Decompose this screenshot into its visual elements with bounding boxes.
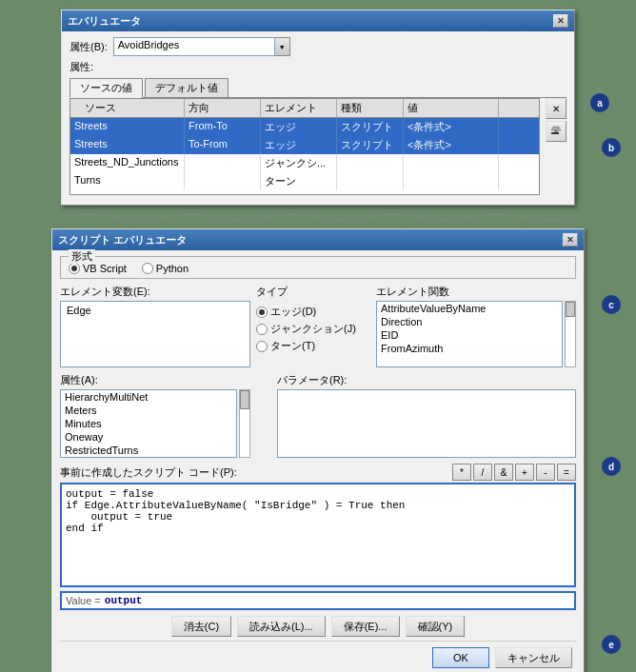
- table-cell-direction: To-From: [185, 136, 261, 154]
- table-cell-type: スクリプト: [337, 136, 404, 154]
- format-group-label: 形式: [69, 249, 95, 264]
- radio-turn[interactable]: ターン(T): [256, 339, 370, 353]
- annotation-c: c: [602, 295, 621, 314]
- table-cell-source: Turns: [70, 172, 185, 190]
- radio-vbscript-circle: [69, 263, 80, 274]
- type-radio-group: エッジ(D) ジャンクション(J) ターン(T): [256, 301, 370, 357]
- table-row[interactable]: StreetsFrom-Toエッジスクリプト<条件式>: [70, 118, 539, 136]
- col-direction: 方向: [185, 99, 261, 117]
- property-dropdown-arrow[interactable]: ▼: [275, 37, 290, 56]
- attr-list-item[interactable]: Minutes: [61, 417, 236, 430]
- script-label: 事前に作成したスクリプト コード(P):: [60, 465, 237, 480]
- top-dialog-close-button[interactable]: ✕: [553, 14, 568, 28]
- property-label: 属性(B):: [70, 40, 108, 54]
- attr-list-item[interactable]: Meters: [61, 404, 236, 417]
- col-value: 値: [404, 99, 499, 117]
- func-list-item[interactable]: Direction: [377, 315, 562, 328]
- table-cell-value: <条件式>: [404, 118, 499, 136]
- attr-list-item[interactable]: RestrictedTurns: [61, 444, 236, 457]
- load-button[interactable]: 読み込み(L)...: [237, 616, 326, 637]
- radio-vbscript[interactable]: VB Script: [69, 263, 127, 274]
- radio-python[interactable]: Python: [142, 263, 189, 274]
- side-buttons: ✕: [546, 98, 566, 142]
- element-var-label: エレメント変数(E):: [60, 285, 150, 299]
- toolbar-btn-+[interactable]: +: [515, 464, 534, 481]
- property-section-label: 属性:: [70, 60, 93, 74]
- annotation-d: d: [602, 457, 621, 476]
- element-func-list[interactable]: AttributeValueByNameDirectionEIDFromAzim…: [376, 301, 563, 367]
- element-var-box: Edge: [60, 301, 250, 367]
- attr-scrollbar[interactable]: [239, 389, 250, 458]
- table-cell-type: [337, 154, 404, 172]
- bottom-dialog: スクリプト エバリュエータ ✕ 形式 VB Script Pyt: [51, 228, 585, 672]
- func-list-item[interactable]: AttributeValueByName: [377, 302, 562, 315]
- radio-turn-label: ターン(T): [270, 339, 315, 353]
- verify-button[interactable]: 確認(Y): [406, 616, 466, 637]
- delete-row-button[interactable]: ✕: [546, 98, 566, 119]
- func-list-item[interactable]: FromAzimuth: [377, 342, 562, 355]
- radio-turn-circle: [256, 341, 268, 352]
- radio-python-circle: [142, 263, 153, 274]
- table-cell-element: ジャンクシ...: [261, 154, 337, 172]
- attr-label: 属性(A):: [60, 373, 98, 387]
- attr-list-item[interactable]: HierarchyMultiNet: [61, 390, 236, 404]
- table-cell-value: <条件式>: [404, 136, 499, 154]
- value-row: Value = output: [60, 591, 576, 610]
- table-body: StreetsFrom-Toエッジスクリプト<条件式>StreetsTo-Fro…: [70, 118, 539, 194]
- bottom-dialog-close-button[interactable]: ✕: [563, 233, 578, 247]
- property-input: AvoidBridges: [113, 37, 275, 56]
- attr-list-item[interactable]: Oneway: [61, 430, 236, 444]
- radio-vbscript-label: VB Script: [83, 263, 127, 274]
- radio-edge-circle: [256, 306, 268, 318]
- cancel-button[interactable]: キャンセル: [495, 647, 572, 668]
- table-row[interactable]: Streets_ND_Junctionsジャンクシ...: [70, 154, 539, 172]
- func-scrollbar[interactable]: [565, 301, 576, 367]
- table-cell-type: [337, 172, 404, 190]
- toolbar-buttons: */&+-=: [452, 464, 576, 481]
- tab-default-value[interactable]: デフォルト値: [145, 78, 229, 97]
- format-radio-row: VB Script Python: [69, 263, 567, 274]
- radio-edge-label: エッジ(D): [270, 305, 316, 319]
- property-dropdown[interactable]: AvoidBridges ▼: [113, 37, 290, 56]
- top-dialog: エバリュエータ ✕ 属性(B): AvoidBridges ▼ 属性: ソースの…: [61, 10, 575, 206]
- edit-icon: [549, 125, 563, 138]
- toolbar-btn-/[interactable]: /: [473, 464, 492, 481]
- table-row[interactable]: Turnsターン: [70, 172, 539, 190]
- table-header: ソース 方向 エレメント 種類 値: [70, 99, 539, 118]
- bottom-dialog-title: スクリプト エバリュエータ: [58, 233, 187, 247]
- col-source: ソース: [70, 99, 185, 117]
- type-label: タイプ: [256, 285, 288, 299]
- svg-marker-1: [551, 127, 561, 130]
- radio-junction-circle: [256, 324, 268, 335]
- table-cell-direction: [185, 154, 261, 172]
- evaluator-table: ソース 方向 エレメント 種類 値 StreetsFrom-Toエッジスクリプト…: [70, 98, 540, 195]
- element-var-value[interactable]: Edge: [63, 304, 248, 317]
- annotation-e: e: [602, 635, 621, 654]
- table-cell-direction: [185, 172, 261, 190]
- edit-row-button[interactable]: [546, 121, 566, 142]
- ok-button[interactable]: OK: [432, 647, 489, 668]
- save-button[interactable]: 保存(E)...: [331, 616, 400, 637]
- radio-junction[interactable]: ジャンクション(J): [256, 322, 370, 336]
- clear-button[interactable]: 消去(C): [171, 616, 231, 637]
- col-element: エレメント: [261, 99, 337, 117]
- script-code-area[interactable]: output = false if Edge.AttributeValueByN…: [60, 483, 576, 587]
- toolbar-btn--[interactable]: -: [536, 464, 555, 481]
- svg-rect-2: [554, 130, 558, 132]
- format-group: 形式 VB Script Python: [60, 256, 576, 279]
- tab-source-value[interactable]: ソースの値: [70, 78, 143, 98]
- table-cell-direction: From-To: [185, 118, 261, 136]
- element-func-label: エレメント関数: [376, 285, 449, 299]
- radio-edge[interactable]: エッジ(D): [256, 305, 370, 319]
- toolbar-btn-=[interactable]: =: [557, 464, 576, 481]
- toolbar-btn-*[interactable]: *: [452, 464, 471, 481]
- table-cell-value: [404, 172, 499, 190]
- attr-list[interactable]: HierarchyMultiNetMetersMinutesOnewayRest…: [60, 389, 237, 458]
- func-list-item[interactable]: EID: [377, 328, 562, 342]
- param-list[interactable]: [277, 389, 576, 458]
- col-type: 種類: [337, 99, 404, 117]
- table-cell-element: エッジ: [261, 136, 337, 154]
- table-row[interactable]: StreetsTo-Fromエッジスクリプト<条件式>: [70, 136, 539, 154]
- table-cell-value: [404, 154, 499, 172]
- toolbar-btn-&[interactable]: &: [494, 464, 513, 481]
